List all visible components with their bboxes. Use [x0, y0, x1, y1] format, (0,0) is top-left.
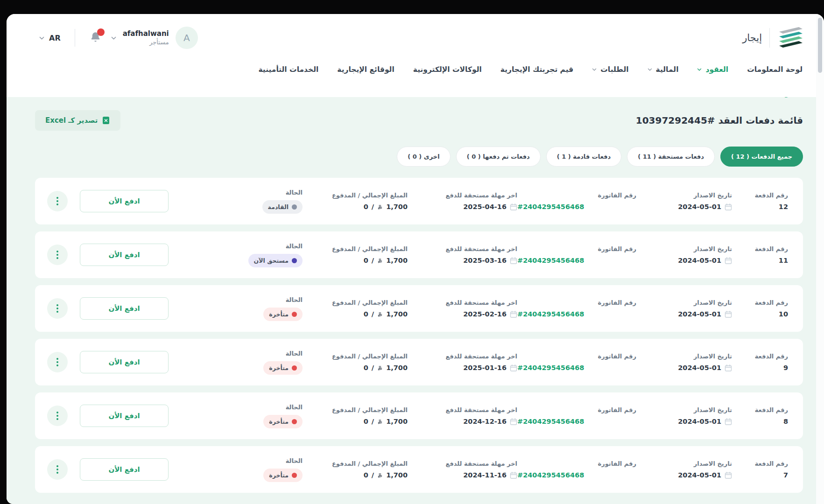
issue-date-label: تاريخ الاصدار	[636, 460, 732, 467]
payment-row: رقم الدفعة 12 تاريخ الاصدار 2024-05-01 ر…	[35, 178, 803, 224]
nav-item-3[interactable]: الطلبات	[592, 65, 628, 74]
payment-no-cell: رقم الدفعة 7	[732, 460, 788, 479]
nav-item-6[interactable]: الوقائع الإيجارية	[337, 65, 394, 74]
amount-paid-value: 0	[364, 418, 368, 425]
amount-total-value: 1,700	[386, 310, 408, 318]
riyal-symbol-icon	[377, 204, 383, 210]
amount-total-value: 1,700	[386, 364, 408, 371]
due-date-label: اخر مهلة مستحقة للدفع	[408, 353, 517, 360]
nav-item-7[interactable]: الخدمات التأمينية	[258, 65, 318, 74]
nav-item-5[interactable]: الوكالات الإلكترونية	[413, 65, 482, 74]
brand-divider	[769, 28, 770, 48]
invoice-no-value[interactable]: #2404295456468	[517, 418, 636, 425]
issue-date-value: 2024-05-01	[678, 364, 721, 371]
status-badge-label: القادمة	[268, 203, 289, 210]
invoice-no-value[interactable]: #2404295456468	[517, 257, 636, 264]
invoice-no-value[interactable]: #2404295456468	[517, 203, 636, 210]
filter-pill[interactable]: دفعات قادمة ( 1 )	[546, 147, 622, 167]
invoice-no-value[interactable]: #2404295456468	[517, 310, 636, 318]
pay-now-button[interactable]: ادفع الأن	[80, 351, 169, 373]
header: إيجار A afafhalwani مستأجر	[7, 14, 824, 86]
amount-paid-value: 0	[364, 364, 368, 371]
filter-pill[interactable]: جميع الدفعات ( 12 )	[720, 147, 803, 167]
invoice-no-label: رقم الفاتورة	[517, 299, 636, 306]
row-menu-button[interactable]	[47, 298, 68, 319]
issue-date-label: تاريخ الاصدار	[636, 353, 732, 360]
export-excel-button[interactable]: تصدير كـ Excel	[35, 110, 120, 131]
amount-cell: المبلغ الإجمالي / المدفوع 1,700 / 0	[303, 245, 408, 264]
amount-label: المبلغ الإجمالي / المدفوع	[303, 245, 408, 252]
status-badge-label: مستحق الآن	[254, 257, 289, 264]
status-dot-icon	[292, 473, 297, 478]
invoice-no-label: رقم الفاتورة	[517, 192, 636, 199]
user-role: مستأجر	[123, 38, 169, 47]
kebab-icon	[56, 197, 58, 199]
due-date-label: اخر مهلة مستحقة للدفع	[408, 245, 517, 252]
calendar-icon	[725, 310, 732, 318]
ejar-logo-icon	[777, 26, 803, 49]
nav-item-4[interactable]: قيم تجربتك الإيجارية	[500, 65, 573, 74]
row-menu-button[interactable]	[47, 406, 68, 426]
status-label: الحالة	[228, 457, 303, 464]
invoice-no-value[interactable]: #2404295456468	[517, 471, 636, 479]
vertical-scrollbar[interactable]	[816, 14, 824, 504]
status-label: الحالة	[228, 296, 303, 303]
calendar-icon	[725, 471, 732, 479]
row-menu-button[interactable]	[47, 459, 68, 480]
filter-pill-label: دفعات تم دفعها ( 0 )	[467, 153, 530, 160]
nav-item-2[interactable]: المالية	[648, 65, 679, 74]
payment-no-cell: رقم الدفعة 11	[732, 245, 788, 264]
main-nav: لوحة المعلومات العقود المالية الطلبات قي…	[36, 56, 803, 86]
invoice-no-value[interactable]: #2404295456468	[517, 364, 636, 371]
payment-row: رقم الدفعة 10 تاريخ الاصدار 2024-05-01 ر…	[35, 285, 803, 332]
filter-pill[interactable]: دفعات تم دفعها ( 0 )	[456, 147, 541, 167]
language-selector[interactable]: AR	[36, 33, 63, 43]
breadcrumb-clip: العقود تفاصيل الدفعات	[35, 97, 803, 103]
filter-pill[interactable]: دفعات مستحقة ( 11 )	[627, 147, 715, 167]
pay-now-button[interactable]: ادفع الأن	[80, 244, 169, 266]
row-menu-button[interactable]	[47, 245, 68, 265]
payment-no-value: 8	[732, 418, 788, 425]
avatar[interactable]: A	[176, 27, 198, 49]
nav-item-1[interactable]: العقود	[697, 65, 728, 74]
invoice-no-cell: رقم الفاتورة #2404295456468	[517, 406, 636, 425]
excel-icon	[102, 116, 110, 125]
status-cell: الحالة القادمة	[228, 189, 303, 214]
pay-now-button[interactable]: ادفع الأن	[80, 297, 169, 320]
issue-date-value: 2024-05-01	[678, 471, 721, 479]
invoice-no-cell: رقم الفاتورة #2404295456468	[517, 299, 636, 318]
row-menu-button[interactable]	[47, 352, 68, 372]
payment-no-value: 9	[732, 364, 788, 371]
amount-cell: المبلغ الإجمالي / المدفوع 1,700 / 0	[303, 406, 408, 425]
calendar-icon	[725, 203, 732, 211]
status-badge: مستحق الآن	[248, 254, 303, 267]
status-badge-label: متأخرة	[269, 472, 289, 479]
notifications-button[interactable]	[89, 31, 102, 45]
amount-cell: المبلغ الإجمالي / المدفوع 1,700 / 0	[303, 192, 408, 210]
invoice-no-cell: رقم الفاتورة #2404295456468	[517, 192, 636, 210]
due-date-cell: اخر مهلة مستحقة للدفع 2025-03-16	[408, 245, 517, 265]
brand[interactable]: إيجار	[742, 26, 803, 49]
filter-pill[interactable]: اخرى ( 0 )	[397, 147, 450, 167]
pay-now-button[interactable]: ادفع الأن	[80, 458, 169, 481]
app-window: إيجار A afafhalwani مستأجر	[7, 14, 824, 504]
brand-name: إيجار	[742, 32, 762, 43]
issue-date-label: تاريخ الاصدار	[636, 245, 732, 252]
kebab-icon	[56, 304, 58, 306]
pay-now-button[interactable]: ادفع الأن	[80, 190, 169, 212]
scrollbar-thumb[interactable]	[818, 18, 822, 73]
issue-date-cell: تاريخ الاصدار 2024-05-01	[636, 460, 732, 479]
payment-no-label: رقم الدفعة	[732, 299, 788, 306]
filter-pill-label: جميع الدفعات ( 12 )	[731, 153, 792, 160]
chevron-down-icon	[39, 36, 44, 40]
riyal-symbol-icon	[377, 419, 383, 425]
row-menu-button[interactable]	[47, 191, 68, 211]
user-menu-chevron-icon[interactable]	[111, 36, 116, 40]
kebab-icon	[56, 465, 58, 467]
riyal-symbol-icon	[377, 311, 383, 317]
user-info[interactable]: afafhalwani مستأجر	[123, 29, 169, 47]
issue-date-value: 2024-05-01	[678, 257, 721, 264]
status-label: الحالة	[228, 243, 303, 250]
nav-item-0[interactable]: لوحة المعلومات	[747, 65, 803, 74]
pay-now-button[interactable]: ادفع الأن	[80, 405, 169, 427]
